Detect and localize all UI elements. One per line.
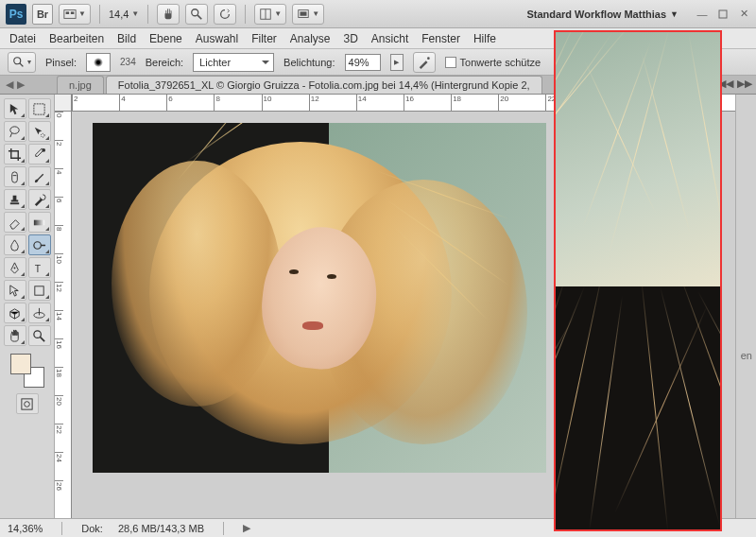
menu-ebene[interactable]: Ebene	[149, 32, 182, 45]
status-zoom[interactable]: 14,36%	[8, 523, 43, 534]
lasso-tool[interactable]	[4, 121, 26, 142]
status-doksize-value: 28,6 MB/143,3 MB	[118, 523, 204, 534]
svg-rect-8	[301, 11, 307, 15]
document-tab-active[interactable]: Fotolia_3792651_XL © Giorgio Gruizza - F…	[106, 76, 542, 94]
pen-tool[interactable]	[4, 257, 26, 278]
menu-bearbeiten[interactable]: Bearbeiten	[49, 32, 104, 45]
ruler-vertical[interactable]: 02468101214161820222426	[55, 112, 72, 518]
zoom-level-field[interactable]: 14,4 ▼	[109, 9, 139, 20]
screen-mode-button[interactable]: ▼	[292, 4, 324, 25]
panel-tab-hint: en	[741, 350, 752, 361]
type-tool[interactable]: T	[28, 257, 51, 278]
zoom-tool[interactable]	[28, 325, 51, 346]
current-tool-preset-icon[interactable]: ▾	[8, 52, 36, 73]
hand-tool-icon[interactable]	[157, 4, 180, 25]
blur-tool[interactable]	[4, 234, 26, 255]
range-label: Bereich:	[146, 57, 183, 68]
minimize-button[interactable]: —	[696, 8, 709, 21]
zoom-overlay-dark	[556, 286, 720, 529]
svg-rect-9	[719, 10, 727, 18]
history-brush-tool[interactable]	[28, 189, 51, 210]
exposure-flyout-icon[interactable]: ▶	[390, 54, 404, 71]
brush-size-value: 234	[120, 57, 136, 67]
workspace-switcher[interactable]: Standard Workflow Matthias ▼	[526, 9, 679, 20]
document-image	[93, 123, 546, 473]
range-dropdown[interactable]: Lichter	[193, 53, 274, 72]
hand-tool[interactable]	[4, 325, 26, 346]
launch-mini-bridge-button[interactable]: ▼	[59, 4, 91, 25]
tab-prev-icon[interactable]: ◀	[6, 78, 13, 91]
svg-point-23	[14, 267, 16, 268]
ruler-origin[interactable]	[55, 95, 72, 112]
close-button[interactable]: ✕	[737, 8, 750, 21]
svg-rect-20	[34, 219, 44, 225]
status-doksize-label: Dok:	[81, 523, 103, 534]
menu-fenster[interactable]: Fenster	[421, 32, 460, 45]
tab-next-icon[interactable]: ▶	[17, 78, 25, 91]
zoom-tool-icon[interactable]	[185, 4, 208, 25]
svg-point-14	[10, 126, 19, 133]
tab-overflow-next-icon[interactable]: ▶▶	[737, 78, 752, 90]
airbrush-toggle-icon[interactable]	[413, 52, 436, 73]
svg-point-3	[192, 9, 198, 15]
marquee-tool[interactable]	[28, 98, 51, 119]
status-flyout-icon[interactable]: ▶	[243, 522, 250, 534]
menu-ansicht[interactable]: Ansicht	[371, 32, 408, 45]
3d-camera-tool[interactable]	[28, 303, 51, 323]
menu-analyse[interactable]: Analyse	[290, 32, 331, 45]
shape-tool[interactable]	[28, 280, 51, 301]
svg-rect-2	[71, 11, 75, 14]
crop-tool[interactable]	[4, 144, 26, 165]
quick-mask-toggle[interactable]	[16, 393, 39, 414]
gradient-tool[interactable]	[28, 212, 51, 233]
svg-rect-1	[66, 11, 70, 14]
svg-point-12	[427, 57, 430, 60]
color-swatches[interactable]	[10, 354, 44, 388]
3d-tool[interactable]	[4, 303, 26, 323]
move-tool[interactable]	[4, 98, 26, 119]
exposure-field[interactable]: 49%	[345, 54, 381, 71]
menu-3d[interactable]: 3D	[344, 32, 358, 45]
maximize-button[interactable]	[716, 8, 730, 21]
document-tab-inactive[interactable]: n.jpg	[57, 76, 104, 94]
fg-color-swatch[interactable]	[10, 354, 31, 374]
svg-point-21	[34, 241, 42, 249]
svg-rect-25	[35, 286, 43, 294]
menu-auswahl[interactable]: Auswahl	[196, 32, 238, 45]
toolbox: T	[0, 95, 55, 518]
eraser-tool[interactable]	[4, 212, 26, 233]
menu-hilfe[interactable]: Hilfe	[473, 32, 496, 45]
photoshop-logo-icon[interactable]: Ps	[6, 4, 26, 25]
brush-preview-button[interactable]	[86, 53, 111, 72]
svg-point-16	[42, 147, 45, 151]
titlebar: Ps Br ▼ 14,4 ▼ ▼ ▼ Standard Workflow Mat…	[0, 0, 756, 28]
svg-line-11	[20, 62, 24, 66]
protect-tones-checkbox[interactable]: Tonwerte schütze	[445, 57, 541, 68]
menu-filter[interactable]: Filter	[251, 32, 277, 45]
eyedropper-tool[interactable]	[28, 144, 51, 165]
svg-point-27	[34, 330, 42, 338]
svg-rect-17	[12, 171, 18, 182]
menu-datei[interactable]: Datei	[9, 32, 36, 45]
quick-select-tool[interactable]	[28, 121, 51, 142]
dodge-tool[interactable]	[28, 234, 51, 255]
zoom-overlay-light	[556, 32, 720, 286]
menu-bild[interactable]: Bild	[117, 32, 136, 45]
exposure-label: Belichtung:	[284, 57, 335, 68]
path-select-tool[interactable]	[4, 280, 26, 301]
arrange-docs-button[interactable]: ▼	[254, 4, 286, 25]
healing-tool[interactable]	[4, 166, 26, 187]
stamp-tool[interactable]	[4, 189, 26, 210]
bridge-logo-icon[interactable]: Br	[32, 4, 53, 25]
svg-point-10	[14, 57, 21, 63]
brush-tool[interactable]	[28, 166, 51, 187]
zoom-overlay	[554, 30, 722, 531]
panel-dock[interactable]: en	[735, 95, 756, 518]
svg-rect-13	[34, 103, 44, 113]
svg-rect-19	[10, 202, 19, 204]
protect-tones-label: Tonwerte schütze	[460, 57, 541, 68]
rotate-view-icon[interactable]	[214, 4, 236, 25]
svg-rect-29	[22, 398, 32, 408]
svg-line-28	[40, 337, 44, 341]
brush-label: Pinsel:	[45, 57, 77, 68]
